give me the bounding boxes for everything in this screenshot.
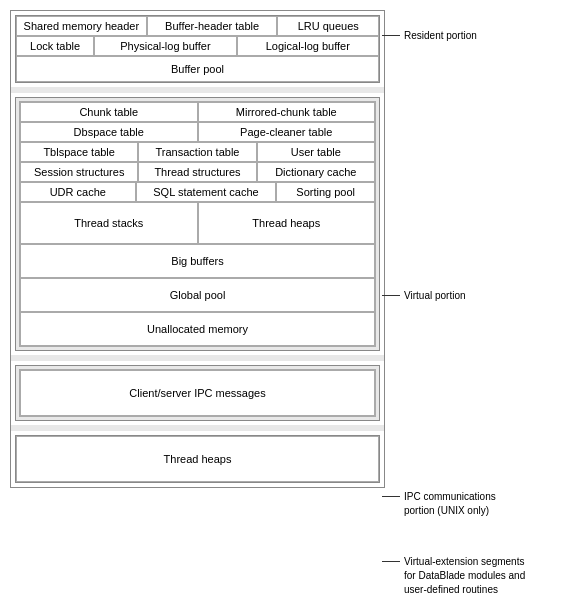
virtual-row4: Session structures Thread structures Dic…	[20, 162, 375, 182]
lru-queues: LRU queues	[277, 16, 379, 36]
buffer-pool: Buffer pool	[16, 56, 379, 82]
ipc-label: IPC communicationsportion (UNIX only)	[400, 490, 530, 518]
transaction-table: Transaction table	[138, 142, 256, 162]
virtual-annotation: Virtual portion	[382, 290, 530, 301]
thread-heaps-virtual: Thread heaps	[198, 202, 376, 244]
main-box: Shared memory header Buffer-header table…	[10, 10, 385, 488]
virtual-row1: Chunk table Mirrored-chunk table	[20, 102, 375, 122]
ipc-section: Client/server IPC messages	[15, 365, 380, 421]
bottom-annotation: Virtual-extension segmentsfor DataBlade …	[382, 555, 530, 597]
bottom-line	[382, 561, 400, 562]
virtual-row5: UDR cache SQL statement cache Sorting po…	[20, 182, 375, 202]
resident-row2: Lock table Physical-log buffer Logical-l…	[16, 36, 379, 56]
buffer-header-table: Buffer-header table	[147, 16, 278, 36]
sorting-pool: Sorting pool	[276, 182, 375, 202]
thread-stacks: Thread stacks	[20, 202, 198, 244]
dictionary-cache: Dictionary cache	[257, 162, 375, 182]
resident-label: Resident portion	[400, 30, 530, 41]
resident-annotation: Resident portion	[382, 30, 530, 41]
resident-line	[382, 35, 400, 36]
gap2	[11, 355, 384, 361]
gap3	[11, 425, 384, 431]
resident-section: Shared memory header Buffer-header table…	[15, 15, 380, 83]
ipc-annotation: IPC communicationsportion (UNIX only)	[382, 490, 530, 518]
resident-row1: Shared memory header Buffer-header table…	[16, 16, 379, 36]
chunk-table: Chunk table	[20, 102, 198, 122]
udr-cache: UDR cache	[20, 182, 136, 202]
logical-log-buffer: Logical-log buffer	[237, 36, 379, 56]
lock-table: Lock table	[16, 36, 94, 56]
sql-statement-cache: SQL statement cache	[136, 182, 277, 202]
mirrored-chunk-table: Mirrored-chunk table	[198, 102, 376, 122]
bottom-section: Thread heaps	[15, 435, 380, 483]
thread-heaps-bottom: Thread heaps	[16, 436, 379, 482]
physical-log-buffer: Physical-log buffer	[94, 36, 236, 56]
virtual-section: Chunk table Mirrored-chunk table Dbspace…	[15, 97, 380, 351]
user-table: User table	[257, 142, 375, 162]
tblspace-table: Tblspace table	[20, 142, 138, 162]
virtual-row2: Dbspace table Page-cleaner table	[20, 122, 375, 142]
page-cleaner-table: Page-cleaner table	[198, 122, 376, 142]
global-pool: Global pool	[20, 278, 375, 312]
thread-structures: Thread structures	[138, 162, 256, 182]
virtual-row3: Tblspace table Transaction table User ta…	[20, 142, 375, 162]
virtual-line	[382, 295, 400, 296]
virtual-label: Virtual portion	[400, 290, 530, 301]
thread-row: Thread stacks Thread heaps	[20, 202, 375, 244]
unallocated-memory: Unallocated memory	[20, 312, 375, 346]
gap1	[11, 87, 384, 93]
diagram-container: Shared memory header Buffer-header table…	[0, 0, 562, 498]
shared-memory-header: Shared memory header	[16, 16, 147, 36]
ipc-messages: Client/server IPC messages	[20, 370, 375, 416]
big-buffers: Big buffers	[20, 244, 375, 278]
bottom-label: Virtual-extension segmentsfor DataBlade …	[400, 555, 530, 597]
virtual-inner: Chunk table Mirrored-chunk table Dbspace…	[19, 101, 376, 347]
ipc-line	[382, 496, 400, 497]
dbspace-table: Dbspace table	[20, 122, 198, 142]
session-structures: Session structures	[20, 162, 138, 182]
